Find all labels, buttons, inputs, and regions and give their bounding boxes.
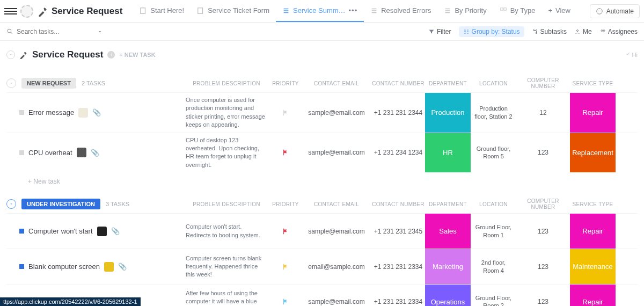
- department-cell[interactable]: HR: [425, 133, 471, 173]
- topbar: Service Request Start Here! Service Tick…: [0, 0, 644, 23]
- column-header[interactable]: COMPUTER NUMBER: [516, 195, 570, 213]
- tab-by-priority[interactable]: By Priority: [437, 0, 493, 22]
- tab-by-type[interactable]: By Type: [493, 0, 542, 22]
- chevron-down-icon[interactable]: [97, 28, 103, 35]
- column-header[interactable]: CONTACT NUMBER: [371, 77, 425, 90]
- group-by-button[interactable]: Group by: Status: [459, 26, 524, 37]
- filter-icon: [428, 28, 435, 35]
- service-type-cell[interactable]: Repair: [570, 93, 616, 133]
- subtasks-button[interactable]: Subtasks: [532, 28, 567, 35]
- svg-rect-2: [500, 8, 502, 10]
- department-cell[interactable]: Production: [425, 93, 471, 133]
- svg-rect-0: [141, 8, 145, 13]
- task-name[interactable]: CPU overheat: [28, 149, 72, 157]
- column-header[interactable]: SERVICE TYPE: [570, 77, 616, 90]
- add-view-label: View: [555, 6, 570, 14]
- new-task-row[interactable]: + New task: [6, 172, 638, 185]
- column-header[interactable]: SERVICE TYPE: [570, 198, 616, 210]
- column-header[interactable]: CONTACT EMAIL: [302, 77, 371, 90]
- attachment-icon[interactable]: 📎: [91, 149, 99, 157]
- priority-cell[interactable]: [269, 214, 302, 249]
- tab-menu-icon[interactable]: •••: [349, 6, 358, 14]
- service-type-cell[interactable]: Replacement: [570, 133, 616, 173]
- search-input[interactable]: [17, 28, 81, 35]
- service-type-cell[interactable]: Repair: [570, 214, 616, 249]
- column-header[interactable]: CONTACT NUMBER: [371, 198, 425, 210]
- filter-button[interactable]: Filter: [428, 28, 451, 35]
- task-name-cell: Computer won't start📎: [6, 214, 184, 249]
- column-header[interactable]: CONTACT EMAIL: [302, 198, 371, 210]
- tab-label: By Type: [510, 6, 536, 14]
- department-cell[interactable]: Marketing: [425, 249, 471, 284]
- svg-point-5: [598, 10, 598, 11]
- contact-email: sample@email.com: [302, 285, 371, 306]
- tab-resolved-errors[interactable]: Resolved Errors: [364, 0, 437, 22]
- status-pill[interactable]: NEW REQUEST: [21, 78, 76, 89]
- info-icon[interactable]: i: [107, 51, 115, 59]
- task-row[interactable]: Error message📎Once computer is used for …: [6, 92, 638, 133]
- svg-point-6: [600, 10, 601, 11]
- column-header[interactable]: DEPARTMENT: [425, 77, 471, 90]
- service-type-cell[interactable]: Repair: [570, 285, 616, 306]
- computer-number: 12: [516, 93, 570, 133]
- search-icon: [6, 28, 13, 35]
- column-header[interactable]: DEPARTMENT: [425, 198, 471, 210]
- me-button[interactable]: Me: [574, 28, 592, 35]
- contact-number: +1 231 234 1234: [371, 133, 425, 173]
- status-square-icon[interactable]: [19, 264, 24, 269]
- task-row[interactable]: CPU overheat📎CPU of desktop 123 overheat…: [6, 133, 638, 173]
- task-name[interactable]: Error message: [28, 108, 74, 116]
- chevron-down-icon: [9, 202, 13, 206]
- column-header[interactable]: LOCATION: [471, 77, 516, 90]
- column-header[interactable]: PRIORITY: [269, 198, 302, 210]
- contact-email: sample@email.com: [302, 133, 371, 173]
- problem-description: Computer won't start. Redirects to booti…: [184, 214, 269, 249]
- tab-label: Resolved Errors: [381, 6, 431, 14]
- task-row[interactable]: Computer won't start📎Computer won't star…: [6, 213, 638, 249]
- service-type-cell[interactable]: Maintenance: [570, 249, 616, 284]
- department-cell[interactable]: Sales: [425, 214, 471, 249]
- column-header[interactable]: PROBLEM DESCRIPTION: [184, 198, 269, 210]
- new-task-link[interactable]: + NEW TASK: [119, 52, 155, 58]
- status-square-icon[interactable]: [19, 110, 24, 115]
- computer-number: 123: [516, 133, 570, 173]
- hide-link[interactable]: Hi: [625, 52, 638, 58]
- tab-service-ticket-form[interactable]: Service Ticket Form: [191, 0, 276, 22]
- flag-icon: [282, 298, 289, 305]
- priority-cell[interactable]: [269, 285, 302, 306]
- group-caret[interactable]: [6, 199, 16, 209]
- problem-description: After few hours of using the computer it…: [184, 285, 269, 306]
- column-header[interactable]: PRIORITY: [269, 77, 302, 90]
- computer-number: 123: [516, 249, 570, 284]
- status-pill[interactable]: UNDER INVESTIGATION: [21, 199, 100, 209]
- contact-number: +1 231 231 2334: [371, 249, 425, 284]
- task-name[interactable]: Blank computer screen: [28, 263, 100, 271]
- column-header[interactable]: PROBLEM DESCRIPTION: [184, 77, 269, 90]
- attachment-icon[interactable]: 📎: [111, 227, 120, 235]
- service-type-badge: Repair: [570, 285, 616, 306]
- add-view-button[interactable]: + View: [541, 0, 577, 22]
- assignees-button[interactable]: Assignees: [599, 28, 638, 35]
- task-name[interactable]: Computer won't start: [28, 227, 93, 235]
- priority-cell[interactable]: [269, 133, 302, 173]
- task-row[interactable]: Blank computer screen📎Computer screen tu…: [6, 249, 638, 284]
- status-square-icon[interactable]: [19, 150, 24, 155]
- computer-number: 123: [516, 214, 570, 249]
- hamburger-icon[interactable]: [4, 5, 17, 18]
- group-caret[interactable]: [6, 78, 16, 88]
- status-square-icon[interactable]: [19, 229, 24, 234]
- collapse-list-caret[interactable]: [6, 50, 15, 59]
- priority-cell[interactable]: [269, 93, 302, 133]
- attachment-icon[interactable]: 📎: [118, 263, 127, 271]
- department-cell[interactable]: Operations: [425, 285, 471, 306]
- location: Production floor, Station 2: [471, 93, 516, 133]
- tab-start-here[interactable]: Start Here!: [133, 0, 191, 22]
- column-header[interactable]: LOCATION: [471, 198, 516, 210]
- attachment-icon[interactable]: 📎: [92, 108, 101, 116]
- toolbar-right: Filter Group by: Status Subtasks Me Assi…: [428, 26, 638, 37]
- tab-service-summary[interactable]: Service Summ… •••: [276, 0, 364, 22]
- automate-button[interactable]: Automate: [590, 4, 640, 18]
- priority-cell[interactable]: [269, 249, 302, 284]
- column-header[interactable]: COMPUTER NUMBER: [516, 74, 570, 92]
- flag-icon: [282, 149, 289, 156]
